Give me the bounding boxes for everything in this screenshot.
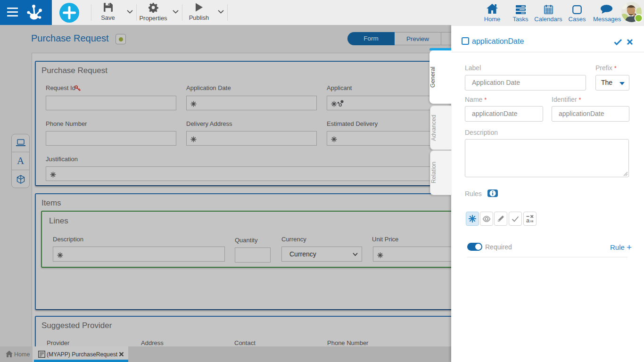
- svg-text:a: a: [526, 217, 530, 223]
